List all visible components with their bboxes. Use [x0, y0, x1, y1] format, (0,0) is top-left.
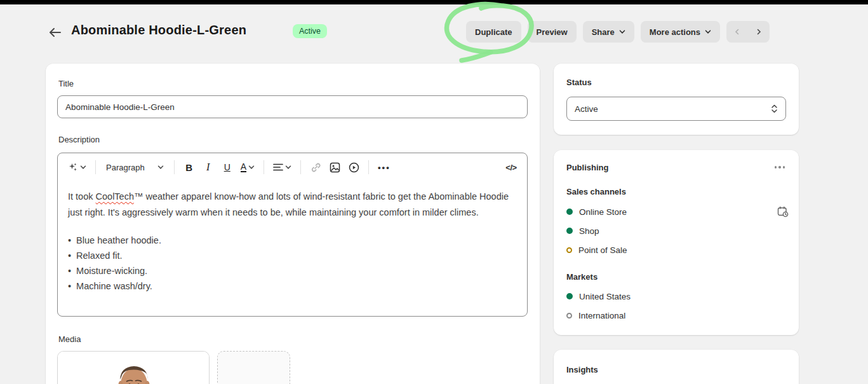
magic-text-button[interactable]	[65, 158, 89, 176]
attention-channel-dot	[566, 247, 572, 253]
toolbar-divider	[264, 160, 264, 174]
channel-row-point-of-sale: Point of Sale	[566, 242, 789, 258]
toolbar-divider	[174, 160, 175, 174]
align-left-icon	[273, 163, 283, 172]
market-row-united-states: United States	[566, 288, 789, 305]
letterbox-top-bar	[0, 0, 868, 4]
product-pagination	[726, 21, 770, 43]
next-product-button[interactable]	[748, 21, 770, 43]
alignment-dropdown[interactable]	[270, 158, 294, 176]
bullet-item: Relaxed fit.	[68, 248, 517, 263]
active-channel-dot	[566, 228, 573, 234]
play-circle-icon	[349, 162, 359, 173]
underline-button[interactable]: U	[219, 158, 236, 176]
more-actions-button-label: More actions	[650, 27, 700, 37]
description-bullet-list: Blue heather hoodie. Relaxed fit. Moistu…	[68, 233, 517, 294]
toolbar-more-button[interactable]: •••	[375, 158, 393, 176]
chevron-down-icon	[157, 164, 164, 170]
description-post: ™ weather apparel know-how and lots of w…	[68, 191, 509, 217]
channel-label: Online Store	[579, 207, 627, 217]
status-badge: Active	[293, 24, 327, 38]
bullet-item: Blue heather hoodie.	[68, 233, 517, 248]
product-detail-page: Abominable Hoodie-L-Green Active Duplica…	[0, 0, 868, 384]
channel-row-shop: Shop	[566, 223, 789, 239]
insert-link-button[interactable]	[307, 158, 324, 176]
toolbar-divider	[300, 160, 301, 174]
image-icon	[330, 162, 340, 173]
description-text[interactable]: It took CoolTech™ weather apparel know-h…	[58, 181, 527, 301]
bullet-item: Machine wash/dry.	[68, 278, 517, 294]
description-editor: Paragraph B I U A	[57, 153, 528, 317]
page-title: Abominable Hoodie-L-Green	[71, 23, 246, 38]
up-down-chevrons-icon	[771, 104, 778, 114]
media-thumbnail-product-photo[interactable]	[57, 351, 210, 384]
channel-label: Point of Sale	[578, 245, 627, 255]
title-field-label: Title	[58, 79, 74, 88]
product-form-card: Title Description Paragraph B I U A	[46, 64, 540, 384]
more-actions-button[interactable]: More actions	[641, 21, 720, 43]
duplicate-button-label: Duplicate	[475, 27, 512, 37]
status-select-value: Active	[575, 104, 598, 114]
market-label: International	[578, 311, 625, 320]
media-section-label: Media	[58, 334, 81, 344]
misspelled-word: CoolTech	[96, 191, 134, 202]
model-photo	[58, 352, 210, 384]
back-arrow-icon	[49, 27, 62, 38]
active-channel-dot	[566, 209, 573, 215]
status-card: Status Active	[554, 64, 799, 135]
chevron-down-icon	[285, 164, 291, 170]
bold-button[interactable]: B	[181, 158, 197, 176]
insert-image-button[interactable]	[326, 158, 343, 176]
media-upload-dropzone[interactable]	[217, 351, 290, 384]
toolbar-divider	[368, 160, 369, 174]
insert-video-button[interactable]	[345, 158, 362, 176]
market-label: United States	[579, 292, 631, 301]
insights-card-title: Insights	[566, 365, 598, 374]
previous-product-button[interactable]	[726, 21, 748, 43]
publishing-card: Publishing Sales channels Online Store S…	[554, 150, 799, 335]
horizontal-dots-icon	[775, 166, 777, 168]
editor-toolbar: Paragraph B I U A	[58, 153, 527, 181]
chevron-left-icon	[734, 29, 740, 35]
chevron-down-icon	[248, 164, 255, 170]
link-icon	[310, 162, 321, 173]
publishing-menu-button[interactable]	[771, 160, 789, 174]
description-paragraph: It took CoolTech™ weather apparel know-h…	[68, 189, 517, 221]
calendar-clock-icon[interactable]	[777, 206, 789, 217]
italic-button[interactable]: I	[200, 158, 217, 176]
bullet-item: Moisture-wicking.	[68, 263, 517, 278]
title-input[interactable]	[57, 95, 528, 118]
toolbar-divider	[95, 160, 96, 174]
description-field-label: Description	[58, 135, 100, 144]
duplicate-button[interactable]: Duplicate	[466, 21, 521, 43]
sales-channels-heading: Sales channels	[566, 187, 626, 196]
status-select[interactable]: Active	[566, 97, 786, 121]
publishing-card-title: Publishing	[566, 163, 608, 172]
status-card-title: Status	[566, 78, 592, 87]
chevron-down-icon	[80, 164, 86, 170]
inactive-market-dot	[566, 313, 572, 319]
description-pre: It took	[68, 191, 96, 202]
channel-row-online-store: Online Store	[566, 203, 789, 220]
active-market-dot	[566, 293, 573, 299]
text-color-label: A	[241, 162, 246, 172]
text-color-button[interactable]: A	[238, 158, 257, 176]
preview-button-label: Preview	[537, 27, 568, 37]
markets-heading: Markets	[566, 272, 598, 282]
share-button[interactable]: Share	[583, 21, 634, 43]
back-button[interactable]	[47, 24, 63, 41]
chevron-down-icon	[619, 29, 625, 35]
share-button-label: Share	[592, 27, 615, 37]
paragraph-style-label: Paragraph	[106, 163, 145, 172]
market-row-international: International	[566, 307, 789, 324]
show-html-button[interactable]: </>	[503, 158, 519, 176]
header-actions: Duplicate Preview Share More actions	[466, 21, 770, 43]
insights-card: Insights	[554, 350, 799, 384]
magic-sparkle-icon	[68, 162, 78, 172]
paragraph-style-dropdown[interactable]: Paragraph	[102, 158, 168, 176]
channel-label: Shop	[579, 226, 599, 236]
preview-button[interactable]: Preview	[528, 21, 577, 43]
chevron-right-icon	[756, 29, 762, 35]
chevron-down-icon	[705, 29, 711, 35]
